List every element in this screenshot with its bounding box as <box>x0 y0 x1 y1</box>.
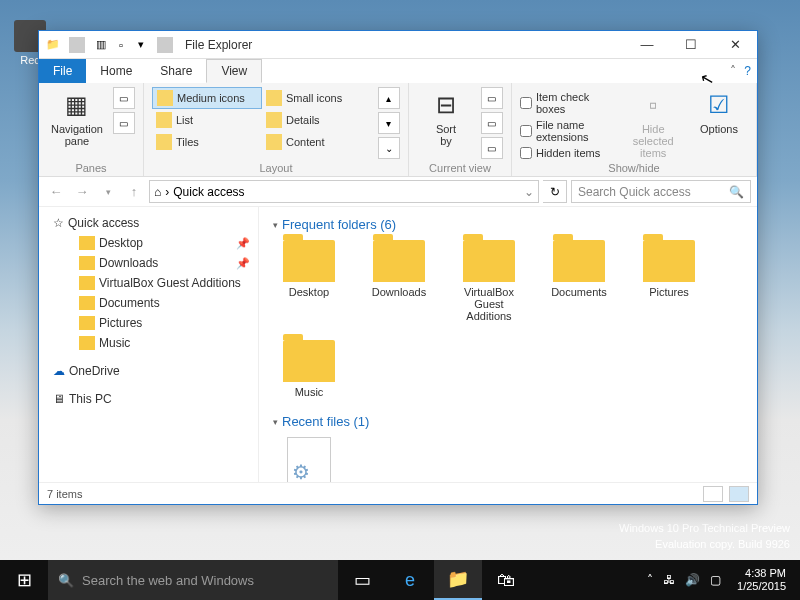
pin-icon: 📌 <box>236 237 250 250</box>
tray-volume-icon[interactable]: 🔊 <box>685 573 700 587</box>
taskbar-ie[interactable]: e <box>386 560 434 600</box>
layout-option[interactable]: Medium icons <box>152 87 262 109</box>
folder-item[interactable]: Downloads <box>363 240 435 322</box>
forward-button[interactable]: → <box>71 181 93 203</box>
main-content[interactable]: Frequent folders (6) DesktopDownloadsVir… <box>259 207 757 482</box>
layout-scroll-up[interactable]: ▴ <box>378 87 400 109</box>
history-dropdown[interactable]: ▾ <box>97 181 119 203</box>
qat-properties-icon[interactable]: ▥ <box>93 37 109 53</box>
frequent-folders-header[interactable]: Frequent folders (6) <box>273 217 743 232</box>
taskbar[interactable]: ⊞ 🔍 Search the web and Windows ▭ e 📁 🛍 ˄… <box>0 560 800 600</box>
showhide-checkbox[interactable]: Hidden items <box>520 147 616 159</box>
minimize-button[interactable]: — <box>625 31 669 59</box>
sidebar-item[interactable]: Pictures <box>39 313 258 333</box>
chevron-down-icon[interactable]: ⌄ <box>524 185 534 199</box>
taskbar-store[interactable]: 🛍 <box>482 560 530 600</box>
tab-view[interactable]: View <box>206 59 262 83</box>
add-columns-button[interactable]: ▭ <box>481 112 503 134</box>
ribbon-tabs: File Home Share View ˄ ? <box>39 59 757 83</box>
sidebar-onedrive[interactable]: ☁ OneDrive <box>39 361 258 381</box>
tray-chevron-up-icon[interactable]: ˄ <box>647 573 653 587</box>
breadcrumb[interactable]: ⌂› Quick access ⌄ <box>149 180 539 203</box>
layout-icon <box>156 112 172 128</box>
folder-item[interactable]: Documents <box>543 240 615 322</box>
showhide-checkbox[interactable]: Item check boxes <box>520 91 616 115</box>
back-button[interactable]: ← <box>45 181 67 203</box>
tray-notifications-icon[interactable]: ▢ <box>710 573 721 587</box>
options-icon: ☑ <box>703 89 735 121</box>
folder-item[interactable]: Music <box>273 340 345 398</box>
ribbon-group-layout: Medium iconsSmall iconsListDetailsTilesC… <box>144 83 409 176</box>
thispc-icon: 🖥 <box>53 392 65 406</box>
folder-icon <box>463 240 515 282</box>
sidebar-item[interactable]: Documents <box>39 293 258 313</box>
maximize-button[interactable]: ☐ <box>669 31 713 59</box>
folder-icon <box>79 296 95 310</box>
layout-option[interactable]: Tiles <box>152 131 262 153</box>
file-item[interactable]: VBoxVideo <box>273 437 345 482</box>
task-view-button[interactable]: ▭ <box>338 560 386 600</box>
folder-item[interactable]: Pictures <box>633 240 705 322</box>
sidebar-item[interactable]: VirtualBox Guest Additions <box>39 273 258 293</box>
options-button[interactable]: ☑ Options <box>690 87 748 137</box>
details-view-button[interactable] <box>703 486 723 502</box>
ribbon-group-currentview: ⊟ Sort by ▭ ▭ ▭ Current view <box>409 83 512 176</box>
layout-option[interactable]: Content <box>262 131 372 153</box>
search-icon: 🔍 <box>729 185 744 199</box>
home-icon: ⌂ <box>154 185 161 199</box>
sidebar-item[interactable]: Music <box>39 333 258 353</box>
layout-option[interactable]: Small icons <box>262 87 372 109</box>
taskbar-explorer[interactable]: 📁 <box>434 560 482 600</box>
taskbar-search[interactable]: 🔍 Search the web and Windows <box>48 560 338 600</box>
showhide-checkbox[interactable]: File name extensions <box>520 119 616 143</box>
qat-dropdown-icon[interactable]: ▾ <box>133 37 149 53</box>
size-columns-button[interactable]: ▭ <box>481 137 503 159</box>
close-button[interactable]: ✕ <box>713 31 757 59</box>
help-icon[interactable]: ? <box>744 64 751 78</box>
layout-option[interactable]: Details <box>262 109 372 131</box>
refresh-button[interactable]: ↻ <box>543 180 567 203</box>
sidebar-quick-access[interactable]: ☆ Quick access <box>39 213 258 233</box>
system-tray[interactable]: ˄ 🖧 🔊 ▢ 4:38 PM 1/25/2015 <box>639 560 800 600</box>
layout-more[interactable]: ⌄ <box>378 137 400 159</box>
layout-option[interactable]: List <box>152 109 262 131</box>
app-icon: 📁 <box>45 37 61 53</box>
hide-selected-button[interactable]: ▫ Hide selected items <box>622 87 684 161</box>
navigation-sidebar[interactable]: ☆ Quick access Desktop📌Downloads📌Virtual… <box>39 207 259 482</box>
navigation-pane-button[interactable]: ▦ Navigation pane <box>47 87 107 149</box>
status-bar: 7 items <box>39 482 757 504</box>
ribbon-group-showhide: Item check boxesFile name extensionsHidd… <box>512 83 757 176</box>
recent-files-header[interactable]: Recent files (1) <box>273 414 743 429</box>
sort-icon: ⊟ <box>430 89 462 121</box>
taskbar-clock[interactable]: 4:38 PM 1/25/2015 <box>731 567 792 593</box>
folder-icon <box>643 240 695 282</box>
up-button[interactable]: ↑ <box>123 181 145 203</box>
folder-item[interactable]: VirtualBox Guest Additions <box>453 240 525 322</box>
tab-share[interactable]: Share <box>146 59 206 83</box>
group-by-button[interactable]: ▭ <box>481 87 503 109</box>
layout-scroll-down[interactable]: ▾ <box>378 112 400 134</box>
sidebar-item[interactable]: Desktop📌 <box>39 233 258 253</box>
tab-file[interactable]: File <box>39 59 86 83</box>
icons-view-button[interactable] <box>729 486 749 502</box>
tab-home[interactable]: Home <box>86 59 146 83</box>
folder-icon <box>79 316 95 330</box>
qat-newfolder-icon[interactable]: ▫ <box>113 37 129 53</box>
search-input[interactable]: Search Quick access 🔍 <box>571 180 751 203</box>
file-explorer-window: 📁 ▥ ▫ ▾ File Explorer — ☐ ✕ File Home Sh… <box>38 30 758 505</box>
titlebar[interactable]: 📁 ▥ ▫ ▾ File Explorer — ☐ ✕ <box>39 31 757 59</box>
taskbar-search-placeholder: Search the web and Windows <box>82 573 254 588</box>
preview-pane-button[interactable]: ▭ <box>113 87 135 109</box>
start-button[interactable]: ⊞ <box>0 560 48 600</box>
folder-item[interactable]: Desktop <box>273 240 345 322</box>
layout-icon <box>266 90 282 106</box>
tray-network-icon[interactable]: 🖧 <box>663 573 675 587</box>
sidebar-thispc[interactable]: 🖥 This PC <box>39 389 258 409</box>
hide-selected-icon: ▫ <box>637 89 669 121</box>
search-placeholder: Search Quick access <box>578 185 691 199</box>
navigation-pane-icon: ▦ <box>61 89 93 121</box>
details-pane-button[interactable]: ▭ <box>113 112 135 134</box>
sort-by-button[interactable]: ⊟ Sort by <box>417 87 475 149</box>
chevron-up-icon[interactable]: ˄ <box>730 64 736 78</box>
sidebar-item[interactable]: Downloads📌 <box>39 253 258 273</box>
